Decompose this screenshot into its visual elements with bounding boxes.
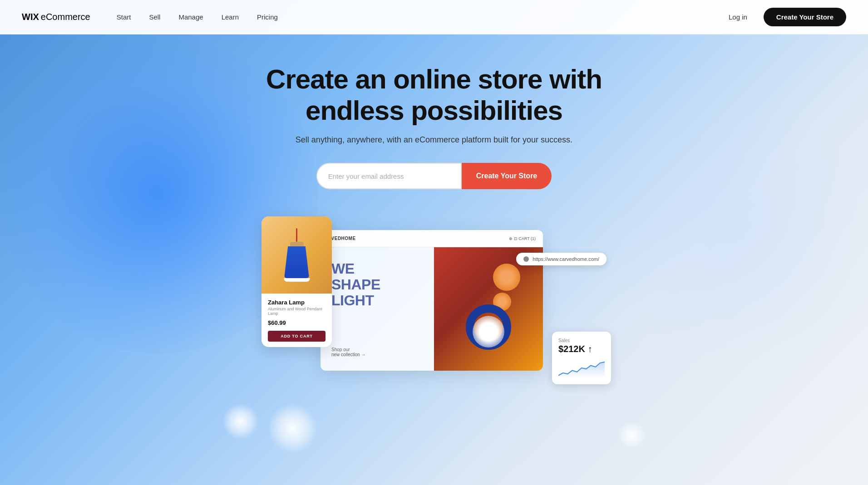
glow-orb-1 [222, 403, 259, 440]
hero-subtitle: Sell anything, anywhere, with an eCommer… [266, 135, 602, 145]
lamp-illustration [284, 228, 310, 282]
logo-wix: WIX [22, 12, 39, 22]
hero-illustration: Zahara Lamp Aluminum and Wood Pendant La… [271, 216, 597, 389]
nav-item-start[interactable]: Start [108, 10, 139, 24]
url-text: https://www.carvedhome.com/ [533, 256, 599, 262]
store-mockup-header: RVEDHOME ⊕ ⊡ CART (1) [321, 230, 543, 247]
store-mockup-nav-right: ⊕ ⊡ CART (1) [509, 236, 536, 241]
product-card-image [261, 216, 332, 294]
add-to-cart-button[interactable]: ADD TO CART [268, 331, 326, 342]
sales-chart [558, 358, 605, 378]
hero-cta-form: Create Your Store [266, 163, 602, 189]
hero-content: Create an online store with endless poss… [266, 64, 602, 189]
product-card-info: Zahara Lamp Aluminum and Wood Pendant La… [261, 294, 332, 347]
lamp-bottom [284, 278, 310, 282]
hero-title: Create an online store with endless poss… [266, 64, 602, 126]
store-subcta: Shop our new collection → [331, 347, 423, 357]
main-nav: Start Sell Manage Learn Pricing [108, 10, 721, 24]
lamp-orbs [493, 264, 520, 311]
lamp-cord [296, 228, 297, 242]
lamp-disc [473, 316, 504, 348]
orb-large [493, 264, 520, 291]
sales-widget: Sales $212K ↑ [552, 332, 611, 384]
create-store-hero-button[interactable]: Create Your Store [462, 163, 552, 189]
product-card-price: $60.99 [268, 319, 326, 326]
url-pill: https://www.carvedhome.com/ [516, 253, 607, 265]
store-subcta-link[interactable]: new collection → [331, 352, 366, 357]
lamp-cap [290, 242, 304, 246]
store-tagline: WE SHAPE LIGHT [331, 261, 423, 309]
product-card: Zahara Lamp Aluminum and Wood Pendant La… [261, 216, 332, 347]
nav-item-manage[interactable]: Manage [170, 10, 211, 24]
product-card-name: Zahara Lamp [268, 299, 326, 306]
lamp-body [284, 246, 309, 278]
store-mockup: RVEDHOME ⊕ ⊡ CART (1) WE SHAPE LIGHT Sho… [321, 230, 543, 371]
product-card-desc: Aluminum and Wood Pendant Lamp [268, 307, 326, 316]
nav-item-sell[interactable]: Sell [141, 10, 168, 24]
abstract-lamp [457, 259, 520, 359]
sales-value: $212K ↑ [558, 344, 605, 354]
glow-orb-3 [618, 421, 646, 449]
email-input[interactable] [316, 163, 462, 189]
store-mockup-product-image [434, 247, 543, 371]
hero-section: Create an online store with endless poss… [0, 0, 868, 485]
sales-label: Sales [558, 338, 605, 343]
nav-item-learn[interactable]: Learn [213, 10, 247, 24]
navbar-actions: Log in Create Your Store [721, 8, 846, 26]
nav-item-pricing[interactable]: Pricing [249, 10, 286, 24]
store-mockup-logo: RVEDHOME [328, 236, 356, 241]
create-store-nav-button[interactable]: Create Your Store [764, 8, 846, 26]
lock-icon [523, 256, 529, 262]
store-mockup-text-area: WE SHAPE LIGHT Shop our new collection → [321, 247, 434, 371]
navbar: WIXeCommerce Start Sell Manage Learn Pri… [0, 0, 868, 34]
site-logo[interactable]: WIXeCommerce [22, 12, 90, 22]
glow-orb-2 [268, 403, 318, 453]
store-mockup-body: WE SHAPE LIGHT Shop our new collection → [321, 247, 543, 371]
login-button[interactable]: Log in [721, 10, 755, 24]
logo-ecommerce: eCommerce [41, 12, 90, 22]
